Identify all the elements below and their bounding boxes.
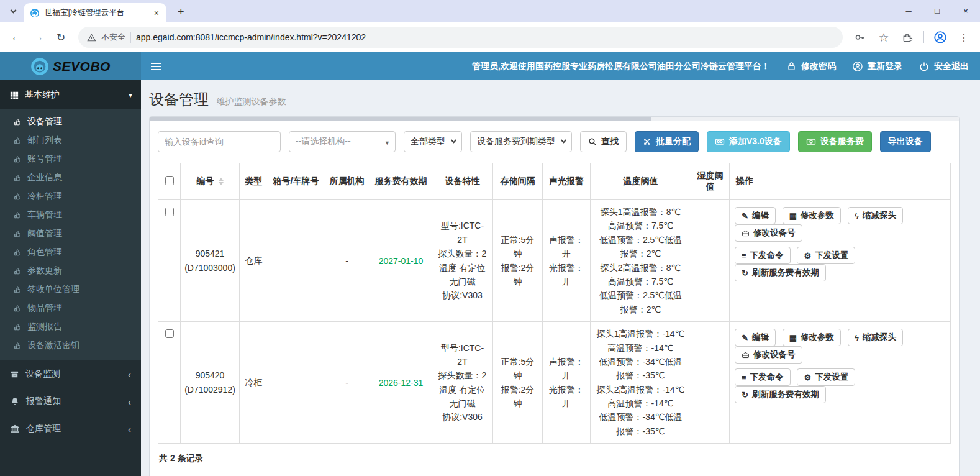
- browser-tab[interactable]: 世福宝|冷链管理云平台 ×: [24, 3, 166, 22]
- record-count: 共 2 条记录: [158, 444, 951, 473]
- device-id-search-input[interactable]: [158, 131, 281, 152]
- back-icon[interactable]: ←: [6, 27, 26, 47]
- modify-params-button[interactable]: ▦修改参数: [783, 329, 841, 346]
- chevron-left-icon: ‹: [128, 369, 131, 380]
- service-fee-type-select[interactable]: 设备服务费到期类型: [470, 131, 572, 152]
- pencil-icon: ✎: [742, 212, 748, 220]
- reduce-probe-button[interactable]: ϟ缩减探头: [848, 329, 903, 346]
- search-button[interactable]: 查找: [580, 131, 627, 152]
- chevron-left-icon: ‹: [128, 424, 131, 434]
- device-service-fee-button[interactable]: 设备服务费: [798, 131, 872, 152]
- send-command-button[interactable]: ≡下发命令: [735, 368, 791, 386]
- send-command-button[interactable]: ≡下发命令: [735, 247, 791, 264]
- browser-menu-kebab-icon[interactable]: ⋮: [954, 27, 974, 47]
- window-minimize-icon[interactable]: ─: [894, 0, 923, 21]
- sidebar-item-parameter-update[interactable]: 参数更新: [0, 262, 141, 280]
- table-row: 905420 (D71002912) 冷柜 - 2026-12-31 型号:IC…: [158, 322, 951, 444]
- bookmark-star-icon[interactable]: ☆: [874, 27, 894, 47]
- app-logo[interactable]: SEVOBO: [0, 52, 141, 80]
- sidebar-item-role-management[interactable]: 角色管理: [0, 243, 141, 262]
- sidebar-group-device-monitoring[interactable]: 设备监测 ‹: [0, 360, 141, 388]
- row-checkbox[interactable]: [165, 208, 174, 216]
- sidebar-item-label: 账号管理: [27, 153, 62, 165]
- refresh-service-fee-button[interactable]: ↻刷新服务费有效期: [735, 264, 826, 281]
- send-settings-button[interactable]: ⚙下发设置: [797, 247, 855, 264]
- briefcase-icon: [742, 229, 750, 237]
- omnibox-divider: [130, 32, 131, 43]
- thumbs-up-icon: [13, 192, 22, 201]
- sidebar-toggle-hamburger-icon[interactable]: [141, 63, 171, 70]
- edit-button[interactable]: ✎编辑: [735, 329, 776, 346]
- bell-icon: [10, 396, 20, 406]
- sidebar-item-activation-key[interactable]: 设备激活密钥: [0, 336, 141, 355]
- add-v3-device-button[interactable]: 添加V3.0设备: [707, 131, 790, 152]
- reduce-probe-button[interactable]: ϟ缩减探头: [848, 207, 903, 224]
- sidebar-item-account-management[interactable]: 账号管理: [0, 150, 141, 168]
- sidebar-submenu: 设备管理 部门列表 账号管理 企业信息 冷柜管理 车辆管理 阈值管理: [0, 109, 141, 360]
- cell-type: 仓库: [240, 200, 268, 322]
- tab-close-icon[interactable]: ×: [152, 8, 161, 18]
- content-header: 设备管理 维护监测设备参数: [141, 80, 980, 116]
- modify-device-no-button[interactable]: 修改设备号: [735, 346, 802, 364]
- window-maximize-icon[interactable]: □: [923, 0, 951, 21]
- search-icon: [588, 137, 597, 146]
- arrows-icon: [643, 137, 651, 146]
- cell-operations: ✎编辑 ▦修改参数 ϟ缩减探头 修改设备号 ≡下发命令 ⚙下发设置 ↻刷新服务费…: [730, 200, 951, 322]
- refresh-service-fee-button[interactable]: ↻刷新服务费有效期: [735, 386, 826, 403]
- org-select[interactable]: --请选择机构-- ▼: [289, 131, 396, 152]
- sidebar-item-label: 部门列表: [27, 135, 62, 146]
- cell-fee-valid: 2026-12-31: [370, 322, 432, 444]
- horizontal-scrollbar-thumb[interactable]: [150, 117, 651, 121]
- sidebar-item-threshold-management[interactable]: 阈值管理: [0, 224, 141, 243]
- url-text[interactable]: app.egaid.com:8081/iccmcp-admin/index.ht…: [136, 32, 366, 42]
- gear-icon: ⚙: [804, 373, 811, 382]
- extensions-puzzle-icon[interactable]: [897, 27, 917, 47]
- cell-humidity-threshold: [691, 322, 730, 444]
- forward-icon[interactable]: →: [29, 27, 48, 47]
- window-close-icon[interactable]: ×: [951, 0, 980, 21]
- sort-icon[interactable]: [219, 178, 224, 185]
- new-tab-button[interactable]: +: [173, 6, 189, 19]
- sidebar-item-freezer-management[interactable]: 冷柜管理: [0, 187, 141, 206]
- modify-params-button[interactable]: ▦修改参数: [783, 207, 841, 224]
- sidebar-item-device-management[interactable]: 设备管理: [0, 112, 141, 131]
- bolt-icon: ϟ: [855, 334, 859, 342]
- sidebar-group-alarm-notification[interactable]: 报警通知 ‹: [0, 388, 141, 415]
- sidebar-item-goods-management[interactable]: 物品管理: [0, 299, 141, 318]
- change-password-button[interactable]: 修改密码: [786, 61, 836, 72]
- thumbs-up-icon: [13, 341, 22, 350]
- address-bar[interactable]: 不安全 app.egaid.com:8081/iccmcp-admin/inde…: [78, 27, 843, 48]
- sidebar-item-receiving-unit[interactable]: 签收单位管理: [0, 280, 141, 299]
- select-all-checkbox[interactable]: [165, 176, 174, 185]
- send-settings-button[interactable]: ⚙下发设置: [797, 368, 855, 386]
- edit-button[interactable]: ✎编辑: [735, 207, 776, 224]
- sidebar-group-label: 仓库管理: [26, 423, 61, 434]
- profile-avatar-icon[interactable]: [930, 27, 950, 47]
- security-label[interactable]: 不安全: [101, 32, 125, 43]
- sidebar-item-enterprise-info[interactable]: 企业信息: [0, 168, 141, 187]
- sidebar-item-department-list[interactable]: 部门列表: [0, 131, 141, 150]
- relogin-button[interactable]: 重新登录: [852, 61, 902, 72]
- column-header-org: 所属机构: [324, 163, 370, 200]
- type-select[interactable]: 全部类型: [404, 131, 462, 152]
- sidebar-item-vehicle-management[interactable]: 车辆管理: [0, 206, 141, 224]
- sidebar-item-label: 物品管理: [27, 303, 62, 314]
- modify-device-no-button[interactable]: 修改设备号: [735, 224, 802, 242]
- sidebar-item-label: 冷柜管理: [27, 191, 62, 202]
- row-checkbox[interactable]: [165, 329, 174, 338]
- thumbs-up-icon: [13, 323, 22, 331]
- cell-type: 冷柜: [240, 322, 268, 444]
- sidebar-section-basic-maintenance[interactable]: 基本维护 ▾: [0, 80, 141, 109]
- password-key-icon[interactable]: [850, 27, 870, 47]
- reload-icon[interactable]: ↻: [51, 27, 71, 47]
- sidebar-item-monitoring-report[interactable]: 监测报告: [0, 318, 141, 336]
- tab-search-chevron[interactable]: [5, 3, 21, 19]
- batch-assign-button[interactable]: 批量分配: [635, 131, 699, 152]
- sidebar-group-warehouse-management[interactable]: 仓库管理 ‹: [0, 415, 141, 442]
- favicon-robot-icon: [30, 8, 40, 18]
- column-header-id[interactable]: 编号: [181, 163, 240, 200]
- export-device-button[interactable]: 导出设备: [880, 131, 931, 152]
- logout-button[interactable]: 安全退出: [919, 61, 969, 72]
- app-topbar: SEVOBO 管理员,欢迎使用国药控股专业药房松原有限公司油田分公司冷链云管理平…: [0, 52, 980, 80]
- sidebar-item-label: 参数更新: [27, 265, 62, 277]
